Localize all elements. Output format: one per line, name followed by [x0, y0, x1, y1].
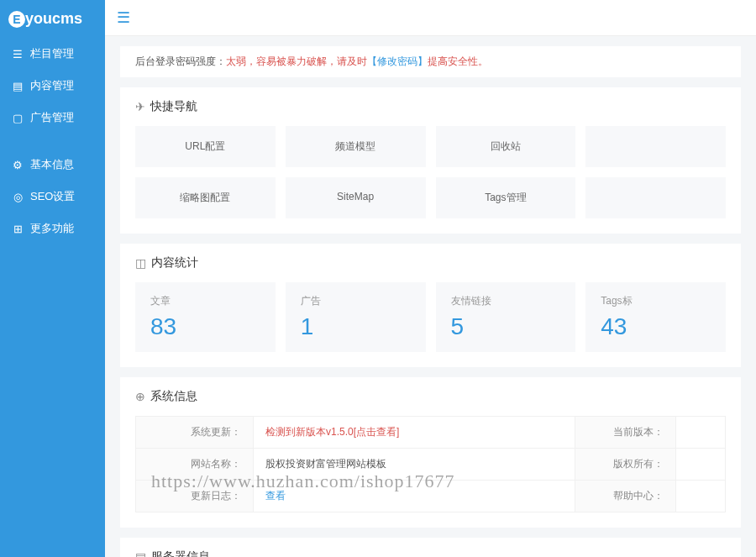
sidebar-item-column[interactable]: ☰栏目管理: [0, 38, 105, 70]
table-row: 更新日志： 查看 帮助中心：: [136, 481, 726, 512]
stat-links[interactable]: 友情链接5: [436, 282, 576, 352]
sidebar-item-more[interactable]: ⊞更多功能: [0, 213, 105, 244]
globe-icon: ◎: [12, 191, 24, 202]
sidebar-item-seo[interactable]: ◎SEO设置: [0, 181, 105, 213]
stat-label: Tags标: [601, 294, 711, 308]
stat-value: 1: [301, 313, 411, 340]
update-link[interactable]: 检测到新版本v1.5.0[点击查看]: [265, 426, 399, 438]
quicknav-tags[interactable]: Tags管理: [436, 177, 576, 218]
info-label: 网站名称：: [136, 449, 254, 481]
sidebar-item-label: SEO设置: [30, 189, 75, 204]
list-icon: ☰: [12, 48, 24, 60]
section-title: ⊕系统信息: [135, 389, 726, 404]
alert-danger-text: 太弱，容易被暴力破解，请及时: [226, 55, 367, 67]
logo: Eyoucms: [0, 0, 105, 38]
info-label: 当前版本：: [575, 417, 676, 449]
info-value: [676, 449, 726, 481]
info-label: 版权所有：: [575, 449, 676, 481]
nav-icon: ✈: [135, 100, 145, 113]
stat-label: 友情链接: [451, 294, 561, 308]
sidebar-item-label: 广告管理: [30, 110, 74, 125]
stat-value: 43: [601, 313, 711, 340]
password-alert: 后台登录密码强度：太弱，容易被暴力破解，请及时【修改密码】提高安全性。: [120, 46, 741, 77]
title-text: 服务器信息: [151, 549, 210, 557]
sidebar-item-content[interactable]: ▤内容管理: [0, 70, 105, 102]
stat-value: 83: [150, 313, 260, 340]
gear-icon: ⚙: [12, 159, 24, 171]
sidebar-item-ad[interactable]: ▢广告管理: [0, 102, 105, 134]
section-title: ▤服务器信息: [135, 549, 726, 557]
section-title: ✈快捷导航: [135, 99, 726, 114]
quicknav-thumb[interactable]: 缩略图配置: [135, 177, 276, 218]
title-text: 快捷导航: [150, 99, 197, 114]
sidebar-item-label: 更多功能: [30, 221, 74, 236]
server-icon: ▤: [135, 550, 146, 557]
table-row: 系统更新： 检测到新版本v1.5.0[点击查看] 当前版本：: [136, 417, 726, 449]
main-content: ☰ 后台登录密码强度：太弱，容易被暴力破解，请及时【修改密码】提高安全性。 ✈快…: [105, 0, 756, 557]
change-password-link[interactable]: 【修改密码】: [367, 55, 428, 67]
info-value: [676, 417, 726, 449]
ad-icon: ▢: [12, 112, 24, 123]
info-label: 系统更新：: [136, 417, 254, 449]
grid-icon: ⊞: [12, 223, 24, 234]
logo-icon: E: [8, 11, 25, 28]
info-value: 股权投资财富管理网站模板: [254, 449, 575, 481]
sidebar-item-label: 基本信息: [30, 157, 74, 172]
quicknav-item[interactable]: [585, 177, 726, 218]
info-label: 帮助中心：: [575, 481, 676, 512]
sidebar: Eyoucms ☰栏目管理 ▤内容管理 ▢广告管理 ⚙基本信息 ◎SEO设置 ⊞…: [0, 0, 105, 557]
stat-tags[interactable]: Tags标43: [585, 282, 726, 352]
sidebar-item-label: 栏目管理: [30, 46, 74, 61]
info-label: 更新日志：: [136, 481, 254, 512]
stat-label: 广告: [301, 294, 411, 308]
quicknav-channel[interactable]: 频道模型: [286, 126, 426, 167]
table-row: 网站名称： 股权投资财富管理网站模板 版权所有：: [136, 449, 726, 481]
serverinfo-section: ▤服务器信息 服务器系统： Linux 网站域名/IP： 服务器环境： apac…: [120, 538, 741, 557]
info-value: [676, 481, 726, 512]
title-text: 系统信息: [150, 389, 197, 404]
sysinfo-section: ⊕系统信息 系统更新： 检测到新版本v1.5.0[点击查看] 当前版本： 网站名…: [120, 377, 741, 528]
stats-icon: ◫: [135, 256, 146, 270]
menu-toggle-icon[interactable]: ☰: [117, 9, 130, 26]
changelog-link[interactable]: 查看: [265, 490, 286, 502]
quicknav-sitemap[interactable]: SiteMap: [286, 177, 426, 218]
logo-text: youcms: [25, 10, 82, 27]
quicknav-recycle[interactable]: 回收站: [436, 126, 576, 167]
quicknav-item[interactable]: [585, 126, 726, 167]
stat-label: 文章: [150, 294, 260, 308]
sys-icon: ⊕: [135, 390, 145, 403]
stat-article[interactable]: 文章83: [135, 282, 276, 352]
title-text: 内容统计: [151, 255, 198, 271]
alert-suffix: 提高安全性。: [428, 55, 488, 67]
quicknav-section: ✈快捷导航 URL配置 频道模型 回收站 缩略图配置 SiteMap Tags管…: [120, 87, 741, 234]
stat-ad[interactable]: 广告1: [286, 282, 426, 352]
stat-value: 5: [451, 313, 561, 340]
sidebar-item-label: 内容管理: [30, 78, 74, 93]
sidebar-item-basic[interactable]: ⚙基本信息: [0, 149, 105, 181]
section-title: ◫内容统计: [135, 255, 726, 271]
doc-icon: ▤: [12, 80, 24, 92]
topbar: ☰: [105, 0, 756, 36]
quicknav-url[interactable]: URL配置: [135, 126, 276, 167]
sysinfo-table: 系统更新： 检测到新版本v1.5.0[点击查看] 当前版本： 网站名称： 股权投…: [135, 416, 726, 512]
alert-prefix: 后台登录密码强度：: [135, 55, 226, 67]
stats-section: ◫内容统计 文章83 广告1 友情链接5 Tags标43: [120, 244, 741, 367]
